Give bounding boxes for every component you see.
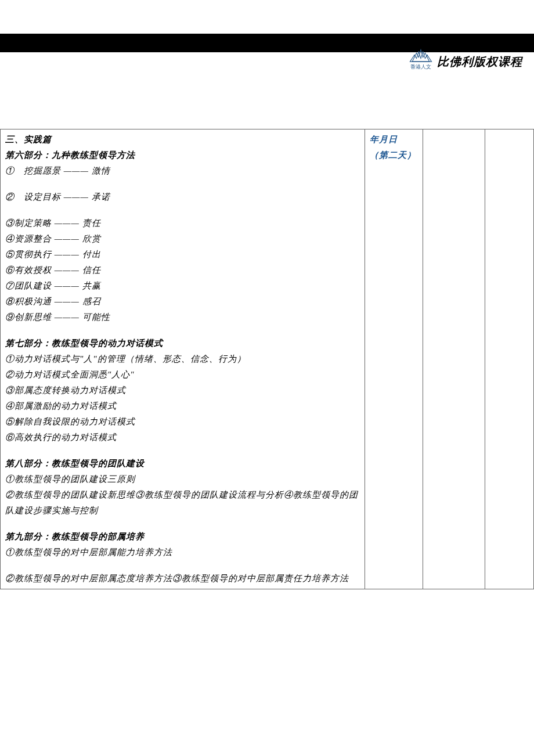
- part6-item-9: ⑨创新思维 ——— 可能性: [5, 309, 360, 325]
- part9-title: 第九部分：教练型领导的部属培养: [5, 529, 360, 545]
- svg-point-1: [418, 52, 419, 53]
- part7-title: 第七部分：教练型领导的动力对话模式: [5, 336, 360, 351]
- spacer: [5, 325, 360, 336]
- section-title: 三、实践篇: [5, 132, 360, 147]
- page-container: 香港人文 比佛利版权课程 三、实践篇 第六部分：九种教练型领导方法 ① 挖掘愿景…: [0, 34, 534, 589]
- part8-item-1: ①教练型领导的团队建设三原则: [5, 471, 360, 487]
- content-table: 三、实践篇 第六部分：九种教练型领导方法 ① 挖掘愿景 ——— 激情 ② 设定目…: [0, 129, 534, 589]
- spacer: [5, 519, 360, 529]
- svg-point-3: [427, 55, 428, 56]
- part7-item-6: ⑥高效执行的动力对话模式: [5, 430, 360, 445]
- header-area: 香港人文 比佛利版权课程: [0, 48, 534, 71]
- part6-title: 第六部分：九种教练型领导方法: [5, 147, 360, 163]
- svg-point-0: [414, 55, 415, 56]
- part7-item-5: ⑤解除自我设限的动力对话模式: [5, 414, 360, 430]
- part6-item-5: ⑤贯彻执行 ——— 付出: [5, 247, 360, 262]
- part6-item-8: ⑧积极沟通 ——— 感召: [5, 294, 360, 309]
- spacer: [5, 445, 360, 456]
- part7-item-1: ①动力对话模式与"人"的管理（情绪、形态、信念、行为）: [5, 351, 360, 367]
- header-title: 比佛利版权课程: [437, 54, 522, 71]
- part7-item-3: ③部属态度转换动力对话模式: [5, 383, 360, 398]
- part9-item-2: ②教练型领导的对中层部属态度培养方法③教练型领导的对中层部属责任力培养方法: [5, 571, 360, 586]
- date-line1: 年月日: [370, 132, 418, 147]
- logo-mountain-icon: 香港人文: [407, 48, 435, 71]
- part7-item-4: ④部属激励的动力对话模式: [5, 398, 360, 414]
- main-content-cell: 三、实践篇 第六部分：九种教练型领导方法 ① 挖掘愿景 ——— 激情 ② 设定目…: [1, 129, 365, 589]
- part6-item-6: ⑥有效授权 ——— 信任: [5, 262, 360, 278]
- part6-item-7: ⑦团队建设 ——— 共赢: [5, 278, 360, 294]
- svg-point-2: [423, 52, 424, 53]
- part8-item-2: ②教练型领导的团队建设新思维③教练型领导的团队建设流程与分析④教练型领导的团队建…: [5, 487, 360, 519]
- part8-title: 第八部分：教练型领导的团队建设: [5, 456, 360, 471]
- date-cell: 年月日 （第二天）: [365, 129, 423, 589]
- part6-item-2: ② 设定目标 ——— 承诺: [5, 189, 360, 205]
- part6-item-4: ④资源整合 ——— 欣赏: [5, 231, 360, 247]
- part6-item-1: ① 挖掘愿景 ——— 激情: [5, 163, 360, 179]
- part9-item-1: ①教练型领导的对中层部属能力培养方法: [5, 545, 360, 560]
- empty-col4: [485, 129, 533, 589]
- date-line2: （第二天）: [370, 147, 418, 163]
- logo-container: 香港人文 比佛利版权课程: [407, 48, 522, 71]
- empty-col3: [423, 129, 485, 589]
- logo-subtext: 香港人文: [410, 63, 431, 71]
- part6-item-3: ③制定策略 ——— 责任: [5, 215, 360, 231]
- part7-item-2: ②动力对话模式全面洞悉"人心": [5, 367, 360, 383]
